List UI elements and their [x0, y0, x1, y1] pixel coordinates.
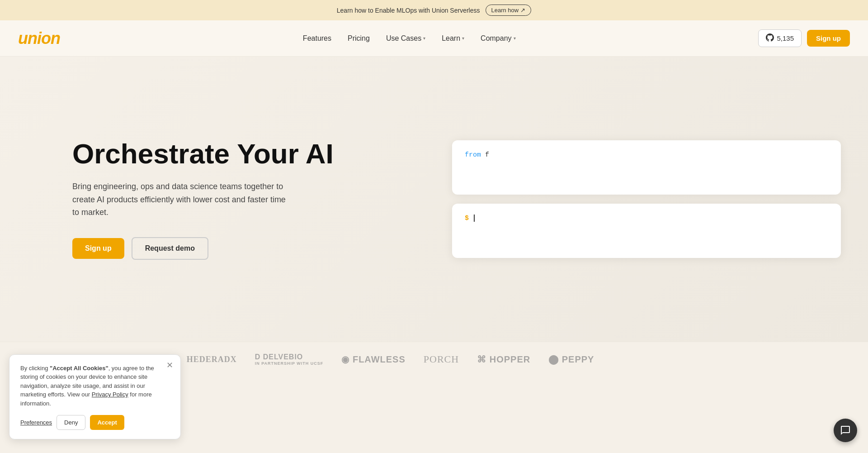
github-stars: 5,135 — [777, 34, 794, 42]
chevron-down-icon: ▾ — [423, 36, 425, 41]
hero-demo-button[interactable]: Request demo — [132, 237, 208, 260]
announcement-text: Learn how to Enable MLOps with Union Ser… — [337, 7, 480, 14]
hero-section: Orchestrate Your AI Bring engineering, o… — [0, 57, 868, 342]
logo-peppy: ⬤ Peppy — [548, 354, 594, 365]
cookie-close-button[interactable]: ✕ — [166, 360, 173, 370]
github-button[interactable]: 5,135 — [758, 29, 802, 47]
chevron-down-icon: ▾ — [462, 36, 464, 41]
cookie-banner: ✕ By clicking "Accept All Cookies", you … — [9, 354, 181, 377]
announcement-arrow-icon: ↗ — [520, 7, 525, 14]
logo-hopper: ⌘ hopper — [477, 354, 530, 365]
chevron-down-icon: ▾ — [514, 36, 516, 41]
logo[interactable]: union — [18, 29, 60, 48]
logo-delvebio: D delvebio IN PARTNERSHIP WITH UCSF — [255, 353, 324, 366]
hero-signup-button[interactable]: Sign up — [72, 238, 124, 259]
code-panel-top: from f — [452, 140, 841, 195]
nav-signup-button[interactable]: Sign up — [807, 30, 850, 47]
announcement-bar: Learn how to Enable MLOps with Union Ser… — [0, 0, 868, 20]
cookie-bold-text: "Accept All Cookies" — [50, 365, 108, 372]
code-dollar: $ — [465, 215, 469, 222]
code-cursor — [474, 215, 475, 222]
code-keyword: from — [465, 151, 481, 159]
logo-hederadx: HederaDx — [187, 355, 237, 364]
nav-item-pricing[interactable]: Pricing — [341, 31, 376, 46]
nav-item-company[interactable]: Company ▾ — [474, 31, 522, 46]
code-panel-bottom: $ — [452, 204, 841, 258]
announcement-cta[interactable]: Learn how ↗ — [486, 5, 532, 16]
hero-subtitle: Bring engineering, ops and data science … — [72, 180, 289, 219]
github-icon — [766, 33, 774, 43]
nav-item-use-cases[interactable]: Use Cases ▾ — [380, 31, 432, 46]
hero-title: Orchestrate Your AI — [72, 138, 407, 169]
nav-item-learn[interactable]: Learn ▾ — [435, 31, 471, 46]
nav-item-features[interactable]: Features — [297, 31, 338, 46]
navbar: union Features Pricing Use Cases ▾ Learn… — [0, 20, 868, 57]
cookie-text: By clicking "Accept All Cookies", you ag… — [20, 364, 170, 377]
hero-buttons: Sign up Request demo — [72, 237, 407, 260]
logo-flawless: ◉ FLAWLESS — [341, 354, 405, 365]
logo-porch: Porch — [424, 353, 459, 365]
nav-links: Features Pricing Use Cases ▾ Learn ▾ Com… — [297, 31, 522, 46]
hero-right: from f $ — [434, 57, 868, 342]
hero-left: Orchestrate Your AI Bring engineering, o… — [0, 57, 434, 342]
code-text: f — [481, 151, 489, 159]
nav-right: 5,135 Sign up — [758, 29, 850, 47]
